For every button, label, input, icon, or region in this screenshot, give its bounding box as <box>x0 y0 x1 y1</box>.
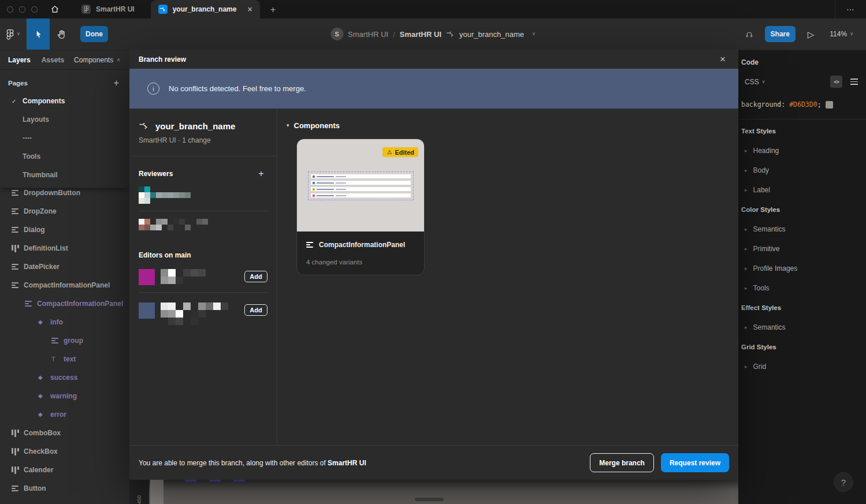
add-editor-button[interactable]: Add <box>244 304 267 316</box>
layer-row[interactable]: Ttext <box>0 350 129 368</box>
request-review-button[interactable]: Request review <box>661 453 729 472</box>
pages-title: Pages <box>8 80 28 87</box>
add-reviewer-button[interactable]: + <box>255 168 267 179</box>
present-button[interactable]: ▷ <box>804 29 818 39</box>
table-view-toggle[interactable] <box>847 78 861 85</box>
chevron-right-icon: ▸ <box>745 286 748 291</box>
style-row[interactable]: ▸Grid <box>738 357 866 376</box>
breadcrumb-org[interactable]: SmartHR UI <box>348 30 388 39</box>
pages-section: Pages + ✓ComponentsLayouts----ToolsThumb… <box>0 70 129 188</box>
new-tab-button[interactable]: + <box>267 4 280 15</box>
style-row[interactable]: ▸Tools <box>738 278 866 298</box>
audio-button[interactable] <box>742 29 756 40</box>
code-language: CSS <box>745 78 759 86</box>
code-view-toggle[interactable]: <> <box>830 76 842 88</box>
tab-assets[interactable]: Assets <box>42 56 64 64</box>
variant-text-placeholder <box>317 176 334 177</box>
merge-permission-text-plain: You are able to merge this branch, along… <box>139 459 328 467</box>
style-row[interactable]: ▸Semantics <box>738 318 866 337</box>
layer-row[interactable]: ComboBox <box>0 424 129 442</box>
layer-row[interactable]: ◆error <box>0 405 129 424</box>
page-row[interactable]: Layouts <box>0 110 129 129</box>
window-close-button[interactable] <box>7 6 13 13</box>
window-minimize-button[interactable] <box>19 6 25 13</box>
layer-row[interactable]: Button <box>0 479 129 498</box>
horizontal-scrollbar[interactable] <box>415 498 444 501</box>
code-language-selector[interactable]: CSS ∨ <box>741 77 769 87</box>
component-card[interactable]: ⚠ Edited CompactInformationPanel 4 chang… <box>296 139 425 275</box>
layer-label: text <box>64 355 76 363</box>
hand-tool-button[interactable] <box>50 18 73 50</box>
page-row[interactable]: ---- <box>0 129 129 147</box>
close-tab-icon[interactable]: × <box>247 5 252 13</box>
editor-redacted-name <box>161 303 239 325</box>
breadcrumb: S SmartHR UI / SmartHR UI your_branch_na… <box>330 18 536 50</box>
chevron-up-icon: ∧ <box>117 58 120 62</box>
breadcrumb-branch[interactable]: your_branch_name <box>459 30 524 39</box>
layer-label: ComboBox <box>24 429 61 437</box>
component-icon: ◆ <box>38 319 46 325</box>
style-row[interactable]: ▸Label <box>738 180 866 200</box>
selection-outline <box>185 480 196 481</box>
variant-text-placeholder <box>336 176 346 177</box>
style-label: Semantics <box>753 323 786 331</box>
layer-row[interactable]: Calender <box>0 461 129 479</box>
layer-row[interactable]: DropZone <box>0 202 129 221</box>
components-section-header[interactable]: ▾ Components <box>287 121 738 130</box>
move-tool-button[interactable] <box>27 18 50 50</box>
share-button[interactable]: Share <box>765 26 796 42</box>
style-row[interactable]: ▸Semantics <box>738 219 866 239</box>
style-section-title: Color Styles <box>738 200 866 219</box>
tab-smarthr-ui[interactable]: SmartHR UI <box>73 0 143 18</box>
layer-row[interactable]: CheckBox <box>0 442 129 461</box>
divider <box>139 292 267 293</box>
help-button[interactable]: ? <box>834 472 853 492</box>
layer-row[interactable]: DropdownButton <box>0 188 129 202</box>
style-row[interactable]: ▸Heading <box>738 141 866 160</box>
variant-status-icon <box>313 176 315 178</box>
chevron-right-icon: ▸ <box>745 227 748 232</box>
page-label: ---- <box>23 134 32 142</box>
layer-row[interactable]: ◆success <box>0 368 129 387</box>
tab-your-branch-name[interactable]: your_branch_name × <box>151 0 260 18</box>
layers-panel[interactable]: DropdownButtonDropZoneDialogDefinitionLi… <box>0 188 129 504</box>
chevron-right-icon: ▸ <box>745 266 748 271</box>
layer-row[interactable]: DefinitionList <box>0 239 129 257</box>
chevron-down-icon[interactable]: ∨ <box>532 32 536 36</box>
breadcrumb-file[interactable]: SmartHR UI <box>400 30 441 39</box>
footer-buttons: Merge branch Request review <box>590 453 729 472</box>
page-selector[interactable]: Components ∧ <box>70 55 124 65</box>
layer-row[interactable]: CompactInformationPanel <box>0 276 129 294</box>
variant-row <box>310 180 411 185</box>
layer-row[interactable]: CompactInformationPanel <box>0 294 129 313</box>
style-row[interactable]: ▸Profile Images <box>738 259 866 278</box>
main-menu-button[interactable]: ∨ <box>0 18 27 50</box>
home-button[interactable] <box>47 4 63 14</box>
style-label: Semantics <box>753 225 786 233</box>
canvas[interactable]: 450 <box>129 480 738 504</box>
layer-row[interactable]: Dialog <box>0 221 129 239</box>
merge-branch-button[interactable]: Merge branch <box>590 453 654 472</box>
tab-layers[interactable]: Layers <box>8 56 31 64</box>
style-row[interactable]: ▸Body <box>738 160 866 180</box>
page-row[interactable]: Tools <box>0 147 129 166</box>
page-row[interactable]: ✓Components <box>0 92 129 110</box>
done-button[interactable]: Done <box>80 26 108 42</box>
more-menu-button[interactable]: ⋯ <box>835 5 866 14</box>
layer-row[interactable]: ◆warning <box>0 387 129 405</box>
add-page-button[interactable]: + <box>110 78 122 88</box>
style-row[interactable]: ▸Primitive <box>738 239 866 259</box>
layer-row[interactable]: ◆info <box>0 313 129 331</box>
add-editor-button[interactable]: Add <box>244 271 267 282</box>
style-label: Primitive <box>753 245 780 253</box>
zoom-level-selector[interactable]: 114% ∨ <box>826 29 857 39</box>
close-modal-icon[interactable]: × <box>716 54 729 65</box>
window-zoom-button[interactable] <box>31 6 38 13</box>
window-controls <box>7 6 38 13</box>
layer-row[interactable]: DatePicker <box>0 257 129 276</box>
merge-permission-text-bold: SmartHR UI <box>328 459 366 467</box>
layer-row[interactable]: group <box>0 331 129 350</box>
page-row[interactable]: Thumbnail <box>0 166 129 184</box>
component-icon: ◆ <box>38 412 46 417</box>
reviewers-title: Reviewers <box>139 170 173 178</box>
